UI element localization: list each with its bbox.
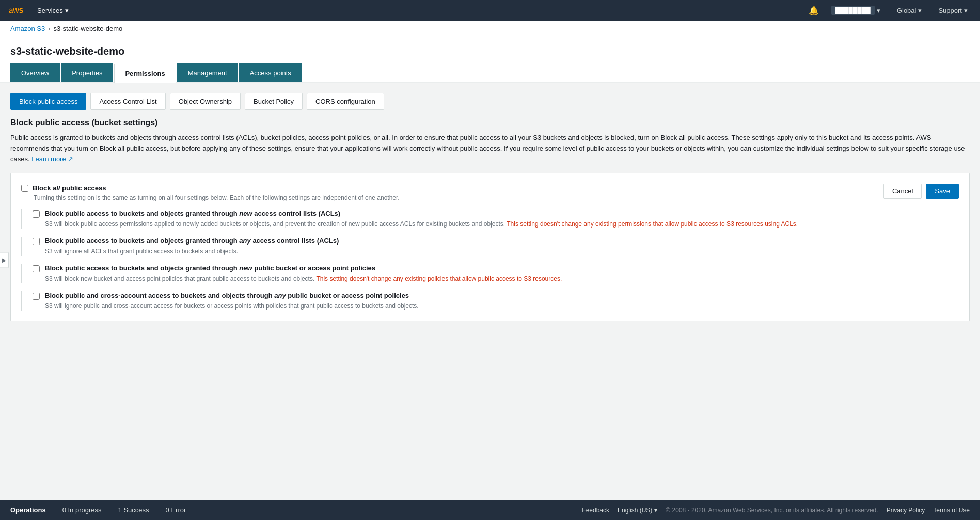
setting-1-content: Block public access to buckets and objec… [45, 209, 959, 229]
tab-overview[interactable]: Overview [10, 63, 60, 82]
breadcrumb-current: s3-static-website-demo [54, 25, 123, 32]
master-checkbox-label[interactable]: Block all public access [21, 184, 400, 192]
setting-3-desc: S3 will block new bucket and access poin… [45, 274, 959, 283]
subnav-acl[interactable]: Access Control List [90, 93, 165, 110]
subnav-block-public-access[interactable]: Block public access [10, 93, 86, 110]
services-menu[interactable]: Services ▾ [37, 7, 69, 14]
sidebar-toggle[interactable]: ▶ [0, 253, 9, 268]
master-setting-left: Block all public access Turning this set… [21, 184, 400, 201]
setting-1-checkbox[interactable] [33, 210, 40, 218]
setting-4-title: Block public and cross-account access to… [45, 291, 959, 299]
master-checkbox[interactable] [21, 185, 28, 192]
breadcrumb: Amazon S3 › s3-static-website-demo [0, 21, 980, 37]
setting-4-row: Block public and cross-account access to… [21, 291, 959, 311]
tab-permissions[interactable]: Permissions [114, 64, 176, 83]
sub-navigation: Block public access Access Control List … [10, 93, 970, 110]
setting-3-checkbox[interactable] [33, 265, 40, 272]
setting-2-checkbox[interactable] [33, 238, 40, 245]
setting-1-desc: S3 will block public access permissions … [45, 219, 959, 229]
subnav-object-ownership[interactable]: Object Ownership [170, 93, 241, 110]
breadcrumb-root-link[interactable]: Amazon S3 [10, 25, 45, 32]
top-navigation: Services ▾ 🔔 ████████ ▾ Global ▾ Support… [0, 0, 980, 21]
setting-3-row: Block public access to buckets and objec… [21, 264, 959, 283]
main-content: Block public access Access Control List … [0, 83, 980, 332]
tab-bar: Overview Properties Permissions Manageme… [10, 63, 970, 82]
setting-4-desc: S3 will ignore public and cross-account … [45, 301, 959, 311]
setting-4-content: Block public and cross-account access to… [45, 291, 959, 311]
setting-1-row: Block public access to buckets and objec… [21, 209, 959, 229]
page-header: s3-static-website-demo Overview Properti… [0, 37, 980, 83]
master-setting-row: Block all public access Turning this set… [21, 184, 959, 201]
settings-panel: Block all public access Turning this set… [10, 173, 970, 321]
master-hint: Turning this setting on is the same as t… [34, 194, 400, 201]
notifications-bell[interactable]: 🔔 [809, 6, 819, 15]
tab-management[interactable]: Management [177, 63, 238, 82]
action-buttons: Cancel Save [883, 184, 959, 199]
setting-2-row: Block public access to buckets and objec… [21, 237, 959, 256]
page-title: s3-static-website-demo [10, 45, 970, 57]
top-nav-right: 🔔 ████████ ▾ Global ▾ Support ▾ [809, 4, 972, 17]
subnav-bucket-policy[interactable]: Bucket Policy [245, 93, 303, 110]
learn-more-link[interactable]: Learn more ↗ [31, 155, 73, 163]
setting-3-title: Block public access to buckets and objec… [45, 264, 959, 272]
setting-2-title: Block public access to buckets and objec… [45, 237, 959, 245]
account-dropdown[interactable]: ████████ ▾ [827, 4, 884, 17]
support-dropdown[interactable]: Support ▾ [934, 5, 972, 17]
setting-2-content: Block public access to buckets and objec… [45, 237, 959, 256]
setting-1-title: Block public access to buckets and objec… [45, 209, 959, 217]
subnav-cors[interactable]: CORS configuration [307, 93, 384, 110]
section-heading: Block public access (bucket settings) [10, 118, 970, 127]
tab-properties[interactable]: Properties [61, 63, 113, 82]
cancel-button[interactable]: Cancel [883, 184, 922, 199]
region-dropdown[interactable]: Global ▾ [893, 5, 926, 17]
setting-4-checkbox[interactable] [33, 293, 40, 300]
tab-access-points[interactable]: Access points [239, 63, 302, 82]
save-button[interactable]: Save [926, 184, 959, 199]
setting-3-content: Block public access to buckets and objec… [45, 264, 959, 283]
breadcrumb-separator: › [48, 25, 50, 32]
setting-2-desc: S3 will ignore all ACLs that grant publi… [45, 247, 959, 256]
aws-logo [8, 5, 25, 15]
section-description: Public access is granted to buckets and … [10, 133, 970, 165]
